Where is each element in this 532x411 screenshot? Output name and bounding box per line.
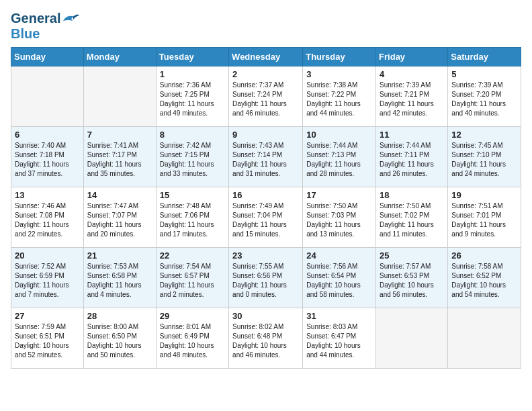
column-header-tuesday: Tuesday xyxy=(156,48,228,66)
calendar-cell: 12Sunrise: 7:45 AMSunset: 7:10 PMDayligh… xyxy=(448,127,521,187)
cell-info: Sunrise: 7:51 AMSunset: 7:01 PMDaylight:… xyxy=(451,201,517,239)
calendar-cell xyxy=(376,308,448,369)
cell-info: Sunrise: 7:37 AMSunset: 7:24 PMDaylight:… xyxy=(232,81,299,118)
cell-info: Sunrise: 7:47 AMSunset: 7:07 PMDaylight:… xyxy=(87,201,152,239)
day-number: 11 xyxy=(380,130,444,140)
day-number: 28 xyxy=(87,311,152,321)
cell-info: Sunrise: 7:48 AMSunset: 7:06 PMDaylight:… xyxy=(160,201,225,239)
day-number: 29 xyxy=(160,311,225,321)
calendar-cell: 13Sunrise: 7:46 AMSunset: 7:08 PMDayligh… xyxy=(11,187,84,248)
day-number: 5 xyxy=(451,69,517,79)
cell-info: Sunrise: 7:56 AMSunset: 6:54 PMDaylight:… xyxy=(306,262,372,300)
calendar-cell: 4Sunrise: 7:39 AMSunset: 7:21 PMDaylight… xyxy=(376,66,448,127)
calendar-cell xyxy=(11,66,84,127)
calendar-week-row: 27Sunrise: 7:59 AMSunset: 6:51 PMDayligh… xyxy=(11,308,521,369)
day-number: 9 xyxy=(232,130,299,140)
calendar-cell: 5Sunrise: 7:39 AMSunset: 7:20 PMDaylight… xyxy=(448,66,521,127)
cell-info: Sunrise: 7:40 AMSunset: 7:18 PMDaylight:… xyxy=(15,141,80,179)
page-header: General Blue xyxy=(11,11,521,42)
calendar-cell: 17Sunrise: 7:50 AMSunset: 7:03 PMDayligh… xyxy=(303,187,376,248)
day-number: 18 xyxy=(380,190,444,200)
logo: General Blue xyxy=(11,11,81,42)
day-number: 4 xyxy=(380,69,444,79)
day-number: 8 xyxy=(160,130,225,140)
calendar-cell: 21Sunrise: 7:53 AMSunset: 6:58 PMDayligh… xyxy=(83,248,156,308)
cell-info: Sunrise: 7:38 AMSunset: 7:22 PMDaylight:… xyxy=(306,81,372,118)
day-number: 27 xyxy=(15,311,80,321)
calendar-cell: 29Sunrise: 8:01 AMSunset: 6:49 PMDayligh… xyxy=(156,308,228,369)
calendar-cell: 19Sunrise: 7:51 AMSunset: 7:01 PMDayligh… xyxy=(448,187,521,248)
day-number: 31 xyxy=(306,311,372,321)
column-header-wednesday: Wednesday xyxy=(229,48,303,66)
day-number: 20 xyxy=(15,250,80,261)
day-number: 24 xyxy=(306,250,372,261)
column-header-monday: Monday xyxy=(83,48,156,66)
cell-info: Sunrise: 7:49 AMSunset: 7:04 PMDaylight:… xyxy=(232,201,299,239)
cell-info: Sunrise: 7:36 AMSunset: 7:25 PMDaylight:… xyxy=(160,81,225,118)
day-number: 17 xyxy=(306,190,372,200)
cell-info: Sunrise: 7:45 AMSunset: 7:10 PMDaylight:… xyxy=(451,141,517,179)
day-number: 16 xyxy=(232,190,299,200)
calendar-cell xyxy=(448,308,521,369)
cell-info: Sunrise: 7:42 AMSunset: 7:15 PMDaylight:… xyxy=(160,141,225,179)
calendar-cell: 26Sunrise: 7:58 AMSunset: 6:52 PMDayligh… xyxy=(448,248,521,308)
calendar-cell: 24Sunrise: 7:56 AMSunset: 6:54 PMDayligh… xyxy=(303,248,376,308)
calendar-cell: 15Sunrise: 7:48 AMSunset: 7:06 PMDayligh… xyxy=(156,187,228,248)
day-number: 23 xyxy=(232,250,299,261)
cell-info: Sunrise: 7:53 AMSunset: 6:58 PMDaylight:… xyxy=(87,262,152,300)
calendar-cell: 16Sunrise: 7:49 AMSunset: 7:04 PMDayligh… xyxy=(229,187,303,248)
cell-info: Sunrise: 7:50 AMSunset: 7:03 PMDaylight:… xyxy=(306,201,372,239)
cell-info: Sunrise: 7:55 AMSunset: 6:56 PMDaylight:… xyxy=(232,262,299,300)
calendar-cell: 10Sunrise: 7:44 AMSunset: 7:13 PMDayligh… xyxy=(303,127,376,187)
day-number: 3 xyxy=(306,69,372,79)
day-number: 1 xyxy=(160,69,225,79)
column-header-saturday: Saturday xyxy=(448,48,521,66)
calendar-cell: 8Sunrise: 7:42 AMSunset: 7:15 PMDaylight… xyxy=(156,127,228,187)
day-number: 12 xyxy=(451,130,517,140)
calendar-cell: 31Sunrise: 8:03 AMSunset: 6:47 PMDayligh… xyxy=(303,308,376,369)
calendar-header-row: SundayMondayTuesdayWednesdayThursdayFrid… xyxy=(11,48,521,66)
cell-info: Sunrise: 7:44 AMSunset: 7:13 PMDaylight:… xyxy=(306,141,372,179)
cell-info: Sunrise: 7:44 AMSunset: 7:11 PMDaylight:… xyxy=(380,141,444,179)
cell-info: Sunrise: 7:59 AMSunset: 6:51 PMDaylight:… xyxy=(15,322,80,360)
column-header-thursday: Thursday xyxy=(303,48,376,66)
cell-info: Sunrise: 7:46 AMSunset: 7:08 PMDaylight:… xyxy=(15,201,80,239)
day-number: 15 xyxy=(160,190,225,200)
day-number: 13 xyxy=(15,190,80,200)
calendar-cell xyxy=(83,66,156,127)
cell-info: Sunrise: 7:54 AMSunset: 6:57 PMDaylight:… xyxy=(160,262,225,300)
calendar-cell: 6Sunrise: 7:40 AMSunset: 7:18 PMDaylight… xyxy=(11,127,84,187)
logo-bird-icon xyxy=(60,11,81,26)
calendar-cell: 25Sunrise: 7:57 AMSunset: 6:53 PMDayligh… xyxy=(376,248,448,308)
logo-blue-text: Blue xyxy=(11,26,40,41)
cell-info: Sunrise: 7:58 AMSunset: 6:52 PMDaylight:… xyxy=(451,262,517,300)
day-number: 25 xyxy=(380,250,444,261)
calendar-cell: 22Sunrise: 7:54 AMSunset: 6:57 PMDayligh… xyxy=(156,248,228,308)
day-number: 21 xyxy=(87,250,152,261)
cell-info: Sunrise: 7:41 AMSunset: 7:17 PMDaylight:… xyxy=(87,141,152,179)
calendar-cell: 9Sunrise: 7:43 AMSunset: 7:14 PMDaylight… xyxy=(229,127,303,187)
day-number: 6 xyxy=(15,130,80,140)
day-number: 30 xyxy=(232,311,299,321)
cell-info: Sunrise: 8:01 AMSunset: 6:49 PMDaylight:… xyxy=(160,322,225,360)
cell-info: Sunrise: 8:00 AMSunset: 6:50 PMDaylight:… xyxy=(87,322,152,360)
day-number: 19 xyxy=(451,190,517,200)
calendar-week-row: 20Sunrise: 7:52 AMSunset: 6:59 PMDayligh… xyxy=(11,248,521,308)
calendar-cell: 23Sunrise: 7:55 AMSunset: 6:56 PMDayligh… xyxy=(229,248,303,308)
calendar-cell: 28Sunrise: 8:00 AMSunset: 6:50 PMDayligh… xyxy=(83,308,156,369)
calendar-cell: 30Sunrise: 8:02 AMSunset: 6:48 PMDayligh… xyxy=(229,308,303,369)
calendar-table: SundayMondayTuesdayWednesdayThursdayFrid… xyxy=(11,47,521,369)
cell-info: Sunrise: 7:43 AMSunset: 7:14 PMDaylight:… xyxy=(232,141,299,179)
cell-info: Sunrise: 8:03 AMSunset: 6:47 PMDaylight:… xyxy=(306,322,372,360)
calendar-cell: 11Sunrise: 7:44 AMSunset: 7:11 PMDayligh… xyxy=(376,127,448,187)
column-header-friday: Friday xyxy=(376,48,448,66)
cell-info: Sunrise: 8:02 AMSunset: 6:48 PMDaylight:… xyxy=(232,322,299,360)
calendar-cell: 2Sunrise: 7:37 AMSunset: 7:24 PMDaylight… xyxy=(229,66,303,127)
day-number: 22 xyxy=(160,250,225,261)
cell-info: Sunrise: 7:39 AMSunset: 7:21 PMDaylight:… xyxy=(380,81,444,118)
calendar-week-row: 1Sunrise: 7:36 AMSunset: 7:25 PMDaylight… xyxy=(11,66,521,127)
calendar-cell: 7Sunrise: 7:41 AMSunset: 7:17 PMDaylight… xyxy=(83,127,156,187)
calendar-cell: 20Sunrise: 7:52 AMSunset: 6:59 PMDayligh… xyxy=(11,248,84,308)
day-number: 10 xyxy=(306,130,372,140)
cell-info: Sunrise: 7:39 AMSunset: 7:20 PMDaylight:… xyxy=(451,81,517,118)
